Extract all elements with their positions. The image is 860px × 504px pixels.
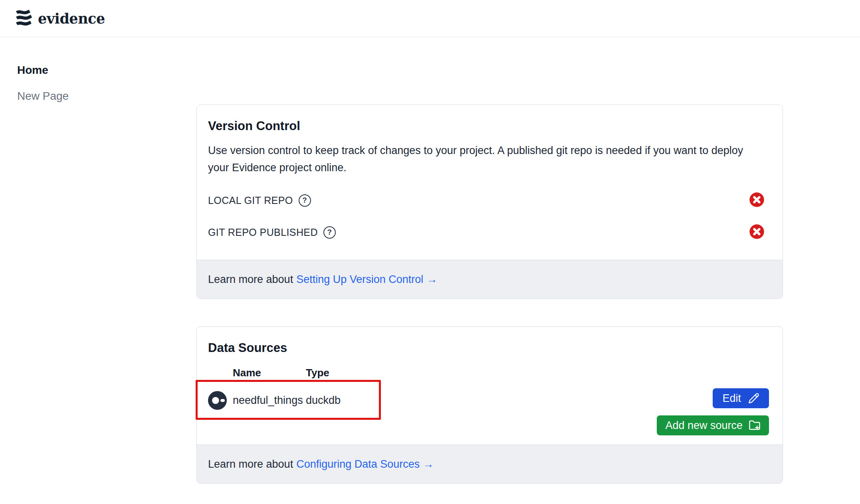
table-header-row: Name Type	[208, 367, 771, 379]
learn-more-prefix: Learn more about	[208, 458, 293, 470]
data-sources-table: Name Type needful_things duckdb	[208, 367, 771, 419]
sidebar-item-home[interactable]: Home	[17, 64, 161, 77]
setting-up-version-control-link[interactable]: Setting Up Version Control→	[296, 273, 437, 286]
arrow-right-icon: →	[423, 458, 434, 470]
version-control-footer: Learn more about Setting Up Version Cont…	[197, 260, 783, 298]
version-control-description: Use version control to keep track of cha…	[208, 142, 767, 176]
edit-button[interactable]: Edit	[713, 388, 769, 408]
question-circle-icon[interactable]: ?	[299, 194, 311, 207]
data-sources-card: Data Sources Name Type needful	[196, 326, 783, 484]
data-sources-title: Data Sources	[208, 327, 771, 356]
pencil-icon	[748, 393, 759, 404]
folder-plus-icon	[749, 419, 761, 431]
table-row: needful_things duckdb	[208, 381, 771, 419]
evidence-logo[interactable]: evidence	[16, 10, 105, 27]
column-header-name: Name	[233, 367, 306, 379]
evidence-wave-icon	[16, 10, 33, 27]
question-circle-icon[interactable]: ?	[323, 226, 336, 239]
arrow-right-icon: →	[426, 273, 437, 285]
add-new-source-button[interactable]: Add new source	[657, 415, 769, 435]
top-nav: evidence	[0, 0, 860, 37]
sidebar: Home New Page	[17, 64, 161, 116]
column-header-type: Type	[306, 367, 329, 379]
configuring-data-sources-link[interactable]: Configuring Data Sources→	[296, 458, 434, 470]
learn-more-prefix: Learn more about	[208, 273, 293, 286]
brand-wordmark: evidence	[38, 10, 105, 27]
main-content: Version Control Use version control to k…	[196, 105, 783, 484]
data-sources-footer: Learn more about Configuring Data Source…	[197, 445, 783, 483]
git-repo-published-label: GIT REPO PUBLISHED	[208, 227, 318, 238]
version-control-card: Version Control Use version control to k…	[196, 105, 783, 299]
x-circle-icon	[749, 224, 765, 241]
sidebar-item-new-page[interactable]: New Page	[17, 90, 161, 103]
source-type: duckdb	[306, 394, 341, 407]
status-row-git-repo-published: GIT REPO PUBLISHED ?	[208, 224, 771, 240]
source-name: needful_things	[233, 394, 306, 407]
duckdb-icon	[208, 391, 233, 410]
version-control-title: Version Control	[208, 105, 771, 134]
local-git-repo-label: LOCAL GIT REPO	[208, 195, 293, 206]
x-circle-icon	[749, 192, 765, 209]
status-row-local-git-repo: LOCAL GIT REPO ?	[208, 192, 771, 208]
